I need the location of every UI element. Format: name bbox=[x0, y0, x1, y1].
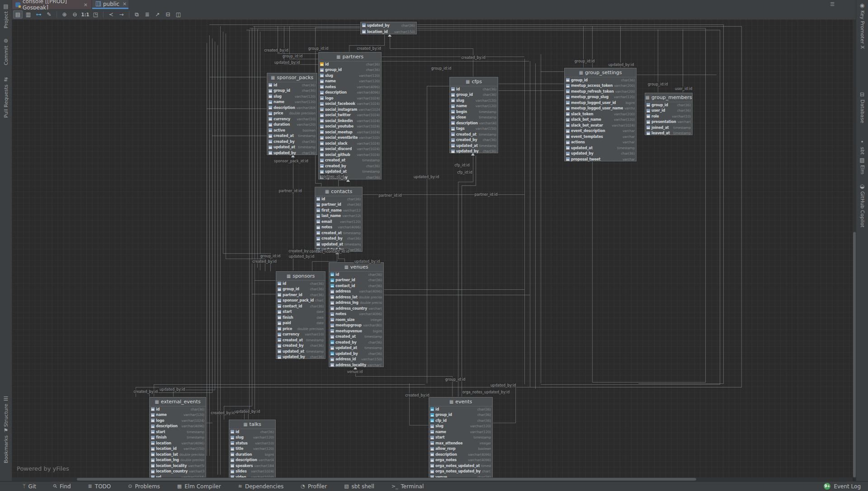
column-row[interactable]: social_meetupvarchar(1024) bbox=[319, 129, 381, 135]
close-icon[interactable]: × bbox=[84, 2, 88, 8]
column-row[interactable]: speakersvarchar(184) bbox=[229, 463, 275, 469]
column-row[interactable]: slugvarchar(120) bbox=[429, 424, 492, 430]
column-row[interactable]: logovarchar(1024) bbox=[150, 418, 206, 424]
column-row[interactable]: social_slackvarchar(1024) bbox=[319, 141, 381, 146]
tool-window-button-structure[interactable]: ☰Structure bbox=[0, 396, 12, 427]
column-row[interactable]: group_idchar(36) bbox=[429, 412, 492, 418]
tool-window-button-project[interactable]: ▤Project bbox=[0, 4, 12, 28]
db-table-users[interactable]: updated_bychar(36)location_idvarchar(150… bbox=[360, 22, 417, 34]
column-row[interactable]: descriptionvarchar(4096) bbox=[150, 424, 206, 430]
column-row[interactable]: updated_attimestamp bbox=[329, 345, 383, 351]
relationship-edge[interactable] bbox=[149, 38, 212, 397]
column-row[interactable]: finishdate bbox=[276, 315, 325, 321]
column-row[interactable]: finishtimestamp bbox=[150, 435, 206, 441]
column-row[interactable]: event_descriptionvarchar bbox=[565, 128, 636, 134]
column-row[interactable]: currencyvarchar(10) bbox=[276, 332, 325, 338]
column-row[interactable]: descriptionvarchar(4096) bbox=[450, 120, 498, 126]
column-row[interactable]: created_attimestamp bbox=[267, 133, 317, 139]
column-row[interactable]: slidesvarchar(1024) bbox=[229, 469, 275, 475]
git-widget[interactable]: ᛘGit bbox=[23, 483, 36, 490]
db-table-group_settings[interactable]: ▦group_settingsgroup_idchar(36)meetup_ac… bbox=[564, 68, 637, 161]
column-row[interactable]: created_bychar(36) bbox=[329, 340, 383, 345]
column-row[interactable]: slugvarchar(120) bbox=[267, 94, 317, 99]
column-row[interactable]: partner_idchar(36) bbox=[329, 278, 383, 283]
column-row[interactable]: address_countryvarchar(30) bbox=[329, 306, 383, 312]
relationship-edge[interactable] bbox=[355, 369, 452, 397]
column-row[interactable]: updated_attimestamp bbox=[276, 349, 325, 354]
more-menu-icon[interactable]: ☰ bbox=[830, 1, 835, 7]
column-row[interactable]: notesvarchar(4096) bbox=[319, 84, 381, 90]
column-row[interactable]: presentationvarchar(4096) bbox=[645, 119, 692, 125]
primary-key-toggle[interactable]: ⊶ bbox=[34, 10, 43, 19]
column-row[interactable]: emailvarchar(120) bbox=[315, 219, 362, 225]
column-row[interactable]: group_idchar(36) bbox=[276, 287, 325, 293]
copy-diagram-button[interactable]: ⧉ bbox=[132, 10, 142, 19]
event-log-widget[interactable]: 9+ Event Log bbox=[824, 483, 861, 490]
relationship-edge[interactable] bbox=[224, 28, 252, 420]
tool-window-button-github-copilot[interactable]: ◒GitHub Copilot bbox=[856, 184, 868, 227]
relationship-edge[interactable] bbox=[154, 384, 425, 397]
column-row[interactable]: contact_idchar(36) bbox=[276, 303, 325, 309]
column-row[interactable]: social_instagramvarchar(1024) bbox=[319, 107, 381, 113]
column-row[interactable]: activeboolean bbox=[267, 127, 317, 133]
column-row[interactable]: meetupgroupvarchar(80) bbox=[329, 323, 383, 329]
relationship-edge[interactable] bbox=[338, 180, 348, 187]
db-table-contacts[interactable]: ▦contactsidchar(36)partner_idchar(36)fir… bbox=[315, 187, 363, 252]
diagram-canvas[interactable]: created_by:idgroup_id:idupdated_by:idgro… bbox=[12, 19, 856, 481]
export-button[interactable]: ↗ bbox=[153, 10, 162, 19]
db-table-group_members[interactable]: ▦group_membersgroup_idchar(36)user_idcha… bbox=[645, 93, 693, 135]
column-row[interactable]: room_sizeinteger bbox=[329, 317, 383, 323]
column-row[interactable]: slugvarchar(120) bbox=[319, 73, 381, 79]
diagram-settings-button[interactable]: ≣ bbox=[142, 10, 152, 19]
db-table-sponsors[interactable]: ▦sponsorsidchar(36)group_idchar(36)partn… bbox=[276, 271, 326, 359]
column-row[interactable]: updated_bychar(36) bbox=[361, 22, 416, 28]
column-row[interactable]: joined_attimestamp bbox=[645, 125, 692, 131]
table-header[interactable]: ▦contacts bbox=[315, 187, 362, 196]
column-row[interactable]: idchar(36) bbox=[150, 406, 206, 412]
column-row[interactable]: max_attendeeinteger bbox=[429, 440, 492, 446]
column-row[interactable]: updated_bychar(36) bbox=[329, 351, 383, 357]
db-table-events[interactable]: ▦eventsidchar(36)group_idchar(36)cfp_idc… bbox=[429, 397, 493, 481]
column-row[interactable]: group_idchar(36) bbox=[450, 92, 498, 98]
column-row[interactable]: location_lngdouble precision bbox=[150, 458, 206, 463]
column-row[interactable]: locationvarchar(4096) bbox=[150, 440, 206, 446]
column-row[interactable]: statusvarchar(10) bbox=[229, 440, 275, 446]
column-row[interactable]: contact_idchar(36) bbox=[329, 283, 383, 289]
column-row[interactable]: updated_attimestamp bbox=[565, 145, 636, 151]
column-row[interactable]: social_discordvarchar(1024) bbox=[319, 146, 381, 152]
column-row[interactable]: slack_bot_avatarvarchar(1024) bbox=[565, 123, 636, 128]
column-row[interactable]: meetup_group_slugvarchar(120) bbox=[565, 94, 636, 100]
column-row[interactable]: meetup_refresh_tokenvarchar(200) bbox=[565, 89, 636, 94]
find-widget[interactable]: ⚲Find bbox=[53, 483, 71, 490]
column-row[interactable]: durationvarchar(20) bbox=[267, 122, 317, 128]
column-row[interactable]: address_localityvarchar(150) bbox=[329, 362, 383, 368]
column-row[interactable]: address_lngdouble precision bbox=[329, 300, 383, 306]
tool-window-button-database[interactable]: ⊟Database bbox=[856, 92, 868, 123]
column-row[interactable]: created_bychar(36) bbox=[315, 236, 362, 242]
column-row[interactable]: created_bychar(36) bbox=[450, 137, 498, 143]
tool-window-button-bookmarks[interactable]: ⚑Bookmarks bbox=[0, 428, 12, 463]
column-row[interactable]: rolevarchar(10) bbox=[645, 113, 692, 119]
straighten-edges-button[interactable]: → bbox=[117, 10, 126, 19]
column-row[interactable]: social_eventbritevarchar(1024) bbox=[319, 135, 381, 141]
column-row[interactable]: actionsvarchar bbox=[565, 140, 636, 146]
dependencies-widget[interactable]: ≋Dependencies bbox=[238, 483, 284, 490]
column-row[interactable]: titlevarchar(120) bbox=[229, 446, 275, 452]
column-row[interactable]: updated_bychar(36) bbox=[450, 149, 498, 155]
column-row[interactable]: updated_attimestamp bbox=[450, 143, 498, 149]
column-row[interactable]: group_idchar(36) bbox=[565, 77, 636, 83]
column-row[interactable]: address_latdouble precision bbox=[329, 294, 383, 300]
column-row[interactable]: orga_notes_updated_bychar(36) bbox=[429, 469, 492, 475]
column-row[interactable]: idchar(36) bbox=[267, 82, 317, 88]
column-row[interactable]: idchar(36) bbox=[450, 86, 498, 92]
table-header[interactable]: ▦events bbox=[429, 397, 492, 406]
horizontal-scrollbar-thumb[interactable] bbox=[77, 478, 696, 481]
column-row[interactable]: allow_rsvpboolean bbox=[429, 446, 492, 452]
terminal-widget[interactable]: >_Terminal bbox=[392, 483, 424, 490]
relationship-edge[interactable] bbox=[462, 156, 476, 397]
table-header[interactable]: ▦external_events bbox=[150, 397, 206, 406]
column-row[interactable]: starttimestamp bbox=[429, 435, 492, 441]
elm-compiler-widget[interactable]: ▦Elm Compiler bbox=[177, 483, 221, 490]
column-row[interactable]: pricedouble precision bbox=[267, 111, 317, 117]
column-row[interactable]: event_templatesvarchar bbox=[565, 134, 636, 140]
